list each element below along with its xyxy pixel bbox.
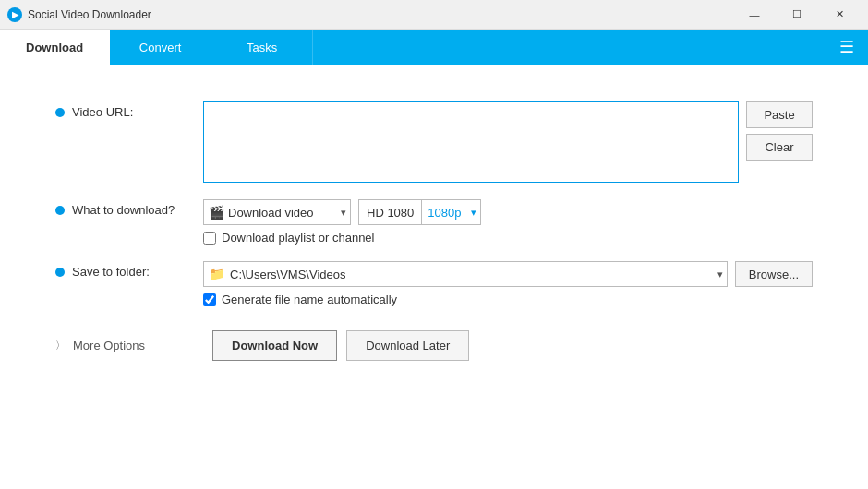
paste-button[interactable]: Paste (746, 101, 813, 128)
playlist-checkbox-row: Download playlist or channel (203, 231, 813, 244)
video-url-row: Video URL: Paste Clear (55, 101, 813, 183)
resolution-select[interactable]: 1080p 720p 480p 360p (422, 199, 480, 225)
generate-filename-label[interactable]: Generate file name automatically (222, 292, 397, 306)
quality-label: HD 1080 (359, 200, 422, 224)
save-folder-label-group: Save to folder: (55, 261, 203, 279)
folder-path-select-wrapper: 📁 C:\Users\VMS\Videos (203, 261, 728, 287)
browse-button[interactable]: Browse... (735, 261, 813, 287)
title-bar: ▶ Social Video Downloader — ☐ ✕ (0, 0, 868, 30)
close-button[interactable]: ✕ (818, 0, 861, 30)
folder-input-row: 📁 C:\Users\VMS\Videos Browse... (203, 261, 813, 287)
generate-filename-checkbox[interactable] (203, 293, 216, 306)
actions-row: 〉 More Options Download Now Download Lat… (55, 330, 813, 361)
download-now-button[interactable]: Download Now (212, 330, 337, 361)
what-to-download-label: What to download? (72, 203, 175, 217)
tab-download[interactable]: Download (0, 30, 110, 65)
tab-bar: Download Convert Tasks ☰ (0, 30, 868, 65)
menu-button[interactable]: ☰ (826, 30, 868, 65)
chevron-down-icon: 〉 (55, 339, 66, 352)
playlist-checkbox[interactable] (203, 232, 216, 244)
more-options-toggle[interactable]: 〉 More Options (55, 339, 203, 352)
playlist-checkbox-label[interactable]: Download playlist or channel (222, 231, 374, 244)
save-to-folder-label: Save to folder: (72, 265, 150, 279)
more-options-label: More Options (73, 339, 145, 352)
tab-tasks[interactable]: Tasks (211, 30, 313, 65)
url-input-row: Paste Clear (203, 101, 813, 183)
download-type-select-wrapper: 🎬 Download video Download audio (203, 199, 351, 225)
video-url-content: Paste Clear (203, 101, 813, 183)
app-icon: ▶ (7, 7, 22, 22)
main-content: Video URL: Paste Clear What to download?… (0, 65, 868, 489)
download-indicator-dot (55, 206, 65, 215)
save-folder-content: 📁 C:\Users\VMS\Videos Browse... Generate… (203, 261, 813, 306)
window-title: Social Video Downloader (28, 8, 733, 21)
video-url-input[interactable] (203, 101, 739, 183)
url-buttons: Paste Clear (746, 101, 813, 161)
url-indicator-dot (55, 108, 65, 117)
tab-convert[interactable]: Convert (110, 30, 211, 65)
generate-filename-row: Generate file name automatically (203, 292, 813, 306)
window-controls: — ☐ ✕ (733, 0, 861, 30)
video-url-label: Video URL: (72, 105, 133, 119)
folder-indicator-dot (55, 268, 65, 277)
clear-button[interactable]: Clear (746, 134, 813, 161)
hamburger-icon: ☰ (839, 37, 854, 57)
maximize-button[interactable]: ☐ (776, 0, 818, 30)
resolution-wrapper: HD 1080 1080p 720p 480p 360p (358, 199, 481, 225)
what-to-download-row: What to download? 🎬 Download video Downl… (55, 199, 813, 244)
download-type-row: 🎬 Download video Download audio HD 1080 … (203, 199, 813, 225)
video-url-label-group: Video URL: (55, 101, 203, 119)
what-to-download-label-group: What to download? (55, 199, 203, 217)
resolution-select-wrapper: 1080p 720p 480p 360p (422, 199, 480, 225)
folder-path-select[interactable]: C:\Users\VMS\Videos (203, 261, 728, 287)
download-later-button[interactable]: Download Later (346, 330, 469, 361)
minimize-button[interactable]: — (733, 0, 776, 30)
download-type-select[interactable]: Download video Download audio (203, 199, 351, 225)
save-to-folder-row: Save to folder: 📁 C:\Users\VMS\Videos Br… (55, 261, 813, 306)
what-to-download-content: 🎬 Download video Download audio HD 1080 … (203, 199, 813, 244)
